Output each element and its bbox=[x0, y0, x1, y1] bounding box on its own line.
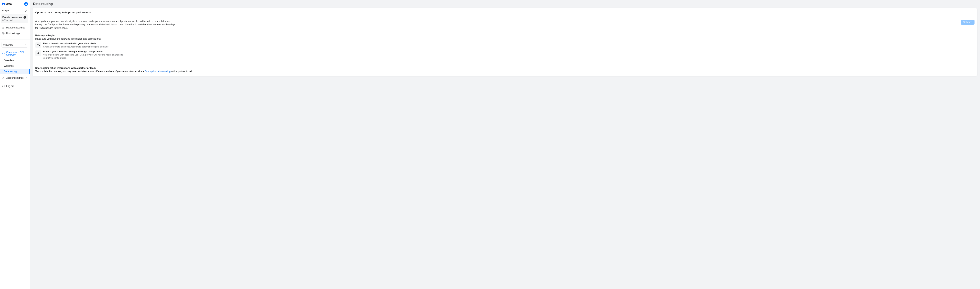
logout-button[interactable]: Log out bbox=[0, 83, 30, 89]
people-icon bbox=[2, 26, 5, 29]
svg-point-4 bbox=[38, 52, 39, 53]
main-content: Data routing Optimize data routing to im… bbox=[30, 0, 980, 289]
chevron-up-icon bbox=[25, 52, 28, 55]
svg-point-0 bbox=[3, 27, 3, 28]
nav-label: Host settings bbox=[6, 32, 20, 35]
prep-item-title: Ensure you can make changes through DNS … bbox=[43, 50, 126, 53]
org-row: Stape bbox=[0, 8, 30, 14]
data-optimization-routing-link[interactable]: Data optimization routing bbox=[145, 70, 170, 73]
card-title: Optimize data routing to improve perform… bbox=[33, 8, 977, 17]
prep-item-desc: Check your Meta Business Account to dete… bbox=[43, 45, 108, 48]
edit-org-button[interactable] bbox=[25, 9, 28, 12]
nav-label: Account settings bbox=[6, 77, 24, 79]
api-icon bbox=[2, 52, 5, 55]
prep-item-domain: Find a domain associated with your Meta … bbox=[35, 42, 975, 48]
meta-logo[interactable]: Meta bbox=[2, 2, 12, 5]
prep-item-dns: Ensure you can make changes through DNS … bbox=[35, 50, 975, 59]
svg-point-3 bbox=[3, 78, 4, 78]
info-icon[interactable]: i bbox=[24, 16, 26, 19]
gear-icon bbox=[2, 77, 5, 79]
card-intro-row: Adding data to your account directly fro… bbox=[33, 17, 977, 33]
svg-point-2 bbox=[3, 33, 4, 34]
nav-label: Manage accounts bbox=[6, 26, 25, 29]
primary-nav: Manage accounts Host settings bbox=[0, 25, 30, 38]
share-section: Share optimization instructions with a p… bbox=[33, 64, 977, 76]
org-name: Stape bbox=[2, 9, 9, 12]
brand-name: Meta bbox=[5, 2, 12, 5]
cloud-icon bbox=[35, 42, 41, 48]
meta-icon bbox=[2, 2, 5, 5]
share-text-pre: To complete this process, you may need a… bbox=[35, 70, 145, 73]
events-total: 0.99M total bbox=[2, 19, 27, 21]
page-title: Data routing bbox=[33, 2, 977, 6]
account-selector-value: cszcoqky bbox=[3, 43, 13, 46]
section-label: Conversions API Gateway bbox=[6, 51, 24, 56]
share-title: Share optimization instructions with a p… bbox=[35, 67, 975, 69]
subnav-data-routing[interactable]: Data routing bbox=[0, 69, 30, 74]
before-subtext: Make sure you have the following informa… bbox=[35, 37, 975, 40]
events-title: Events processed bbox=[2, 16, 22, 19]
events-processed-card[interactable]: Events processed i 0.99M total bbox=[1, 14, 28, 23]
before-you-begin-section: Before you begin Make sure you have the … bbox=[33, 33, 977, 64]
events-title-row: Events processed i bbox=[2, 16, 27, 19]
pencil-icon bbox=[25, 9, 28, 12]
logout-label: Log out bbox=[6, 85, 14, 88]
intro-text: Adding data to your account directly fro… bbox=[35, 20, 177, 30]
nav-host-settings[interactable]: Host settings bbox=[0, 30, 30, 36]
nav-conversions-api-gateway[interactable]: Conversions API Gateway bbox=[0, 49, 30, 57]
user-avatar-button[interactable] bbox=[24, 2, 28, 6]
gear-icon bbox=[2, 32, 5, 35]
person-icon bbox=[35, 50, 41, 56]
chevron-down-icon bbox=[25, 76, 28, 79]
subnav-websites[interactable]: Websites bbox=[0, 63, 30, 69]
optimize-card: Optimize data routing to improve perform… bbox=[33, 8, 977, 76]
chevron-down-icon bbox=[24, 43, 26, 46]
divider bbox=[0, 39, 30, 40]
before-heading: Before you begin bbox=[35, 34, 975, 37]
chevron-down-icon bbox=[25, 32, 28, 35]
prep-item-title: Find a domain associated with your Meta … bbox=[43, 42, 108, 45]
share-text-post: with a partner to help. bbox=[170, 70, 194, 73]
sidebar-header: Meta bbox=[0, 0, 30, 8]
person-icon bbox=[25, 3, 27, 5]
optimize-button[interactable]: Optimize bbox=[961, 20, 975, 25]
sidebar: Meta Stape Events processed i 0.99M tota… bbox=[0, 0, 30, 289]
svg-point-1 bbox=[3, 27, 4, 27]
logout-icon bbox=[2, 85, 5, 88]
nav-account-settings[interactable]: Account settings bbox=[0, 75, 30, 81]
subnav-overview[interactable]: Overview bbox=[0, 57, 30, 63]
prep-item-desc: You or someone with access to your DNS p… bbox=[43, 53, 126, 59]
account-selector[interactable]: cszcoqky bbox=[2, 42, 28, 48]
nav-manage-accounts[interactable]: Manage accounts bbox=[0, 25, 30, 30]
share-text: To complete this process, you may need a… bbox=[35, 70, 975, 73]
